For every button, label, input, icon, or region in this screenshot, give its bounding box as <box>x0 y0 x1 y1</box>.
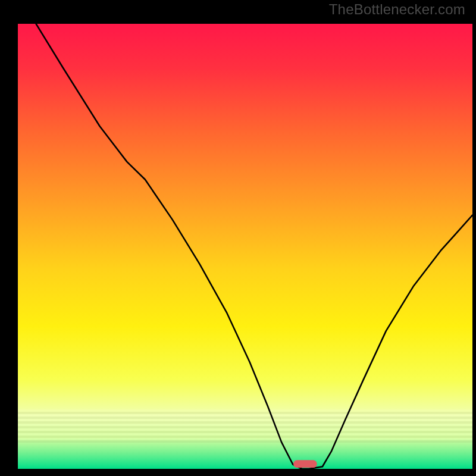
svg-rect-4 <box>18 419 472 421</box>
optimal-marker <box>293 460 317 468</box>
plot-area <box>18 24 472 469</box>
watermark-text: TheBottlenecker.com <box>329 1 465 18</box>
bottleneck-chart <box>18 24 472 469</box>
svg-rect-1 <box>18 412 472 414</box>
svg-rect-13 <box>18 440 472 443</box>
svg-rect-11 <box>18 436 472 438</box>
svg-rect-7 <box>18 426 472 428</box>
banding <box>18 409 472 443</box>
svg-rect-6 <box>18 424 472 426</box>
svg-rect-3 <box>18 416 472 419</box>
svg-rect-9 <box>18 431 472 433</box>
gradient-background <box>18 24 472 469</box>
chart-frame <box>7 7 469 469</box>
svg-rect-10 <box>18 433 472 436</box>
svg-rect-0 <box>18 409 472 412</box>
svg-rect-2 <box>18 414 472 416</box>
svg-rect-8 <box>18 428 472 431</box>
svg-rect-12 <box>18 438 472 440</box>
svg-rect-5 <box>18 421 472 424</box>
